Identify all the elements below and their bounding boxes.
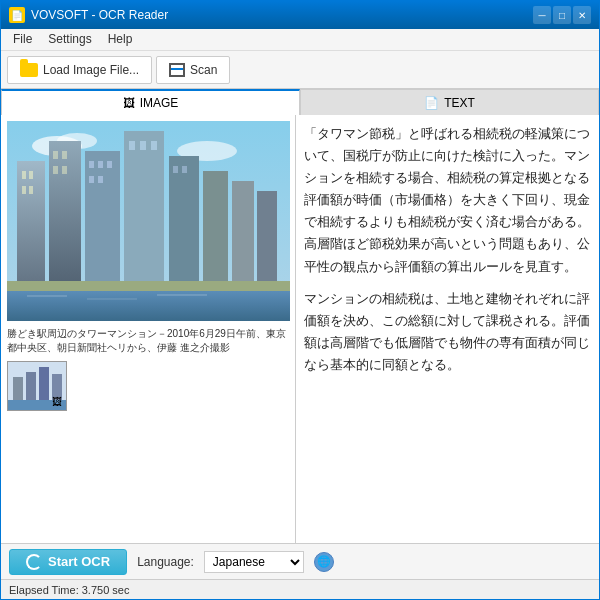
main-image xyxy=(7,121,290,321)
svg-rect-27 xyxy=(203,171,228,291)
svg-rect-6 xyxy=(29,171,33,179)
svg-rect-36 xyxy=(13,377,23,402)
close-button[interactable]: ✕ xyxy=(573,6,591,24)
svg-rect-38 xyxy=(39,367,49,402)
svg-rect-15 xyxy=(89,161,94,168)
svg-rect-5 xyxy=(22,171,26,179)
status-bar: Elapsed Time: 3.750 sec xyxy=(1,579,599,599)
text-panel: 「タワマン節税」と呼ばれる相続税の軽減策について、国税庁が防止に向けた検討に入っ… xyxy=(296,115,599,543)
svg-rect-22 xyxy=(140,141,146,150)
svg-rect-9 xyxy=(49,141,81,291)
tab-image[interactable]: 🖼 IMAGE xyxy=(1,89,300,115)
minimize-button[interactable]: ─ xyxy=(533,6,551,24)
toolbar: Load Image File... Scan xyxy=(1,51,599,89)
svg-rect-26 xyxy=(182,166,187,173)
svg-rect-16 xyxy=(98,161,103,168)
svg-rect-10 xyxy=(53,151,58,159)
folder-icon xyxy=(20,63,38,77)
svg-rect-14 xyxy=(85,151,120,291)
start-ocr-label: Start OCR xyxy=(48,554,110,569)
svg-rect-28 xyxy=(232,181,254,291)
menu-settings[interactable]: Settings xyxy=(40,31,99,48)
start-ocr-button[interactable]: Start OCR xyxy=(9,549,127,575)
main-content: 勝どき駅周辺のタワーマンション－2010年6月29日午前、東京都中央区、朝日新聞… xyxy=(1,115,599,543)
main-window: 📄 VOVSOFT - OCR Reader ─ □ ✕ File Settin… xyxy=(0,0,600,600)
maximize-button[interactable]: □ xyxy=(553,6,571,24)
start-ocr-icon xyxy=(26,554,42,570)
image-caption: 勝どき駅周辺のタワーマンション－2010年6月29日午前、東京都中央区、朝日新聞… xyxy=(7,327,289,355)
window-title: VOVSOFT - OCR Reader xyxy=(31,8,168,22)
title-controls: ─ □ ✕ xyxy=(533,6,591,24)
scan-label: Scan xyxy=(190,63,217,77)
svg-rect-24 xyxy=(169,156,199,291)
svg-rect-12 xyxy=(53,166,58,174)
image-tab-label: IMAGE xyxy=(140,96,179,110)
svg-rect-7 xyxy=(22,186,26,194)
text-tab-icon: 📄 xyxy=(424,96,439,110)
svg-rect-8 xyxy=(29,186,33,194)
thumbnail-icon: 🖼 xyxy=(52,396,64,408)
globe-icon[interactable]: 🌐 xyxy=(314,552,334,572)
svg-rect-19 xyxy=(98,176,103,183)
svg-rect-25 xyxy=(173,166,178,173)
svg-rect-18 xyxy=(89,176,94,183)
svg-rect-37 xyxy=(26,372,36,402)
scan-icon xyxy=(169,63,185,77)
language-label: Language: xyxy=(137,555,194,569)
svg-rect-20 xyxy=(124,131,164,291)
image-panel: 勝どき駅周辺のタワーマンション－2010年6月29日午前、東京都中央区、朝日新聞… xyxy=(1,115,296,543)
thumbnail-area: 🖼 xyxy=(7,361,289,411)
load-image-label: Load Image File... xyxy=(43,63,139,77)
svg-rect-13 xyxy=(62,166,67,174)
image-tab-icon: 🖼 xyxy=(123,96,135,110)
menu-help[interactable]: Help xyxy=(100,31,141,48)
bottom-bar: Start OCR Language: Japanese English Chi… xyxy=(1,543,599,579)
title-bar-left: 📄 VOVSOFT - OCR Reader xyxy=(9,7,168,23)
app-icon: 📄 xyxy=(9,7,25,23)
text-tab-label: TEXT xyxy=(444,96,475,110)
load-image-button[interactable]: Load Image File... xyxy=(7,56,152,84)
tab-bar: 🖼 IMAGE 📄 TEXT xyxy=(1,89,599,115)
thumbnail-1[interactable]: 🖼 xyxy=(7,361,67,411)
menu-bar: File Settings Help xyxy=(1,29,599,51)
svg-rect-21 xyxy=(129,141,135,150)
text-paragraph-2: マンションの相続税は、土地と建物それぞれに評価額を決め、この総額に対して課税され… xyxy=(304,288,591,376)
svg-rect-29 xyxy=(257,191,277,291)
text-paragraph-1: 「タワマン節税」と呼ばれる相続税の軽減策について、国税庁が防止に向けた検討に入っ… xyxy=(304,123,591,278)
menu-file[interactable]: File xyxy=(5,31,40,48)
language-select[interactable]: Japanese English Chinese Korean xyxy=(204,551,304,573)
scan-button[interactable]: Scan xyxy=(156,56,230,84)
svg-rect-23 xyxy=(151,141,157,150)
svg-rect-17 xyxy=(107,161,112,168)
elapsed-time: Elapsed Time: 3.750 sec xyxy=(9,584,129,596)
svg-rect-4 xyxy=(17,161,45,291)
tab-text[interactable]: 📄 TEXT xyxy=(300,89,599,115)
title-bar: 📄 VOVSOFT - OCR Reader ─ □ ✕ xyxy=(1,1,599,29)
svg-rect-11 xyxy=(62,151,67,159)
